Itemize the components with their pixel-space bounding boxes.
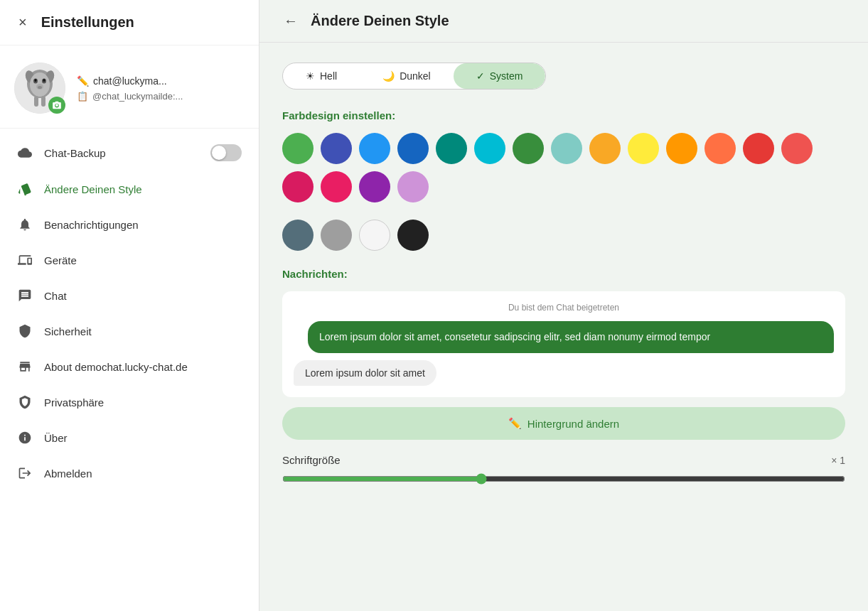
profile-email: ✏️ chat@luckyma...: [77, 75, 183, 87]
sidebar: × Einstellungen: [0, 0, 259, 611]
sidebar-title: Einstellungen: [41, 14, 134, 31]
camera-badge[interactable]: [48, 97, 65, 114]
color-dot-4[interactable]: [436, 133, 467, 164]
theme-selector: ☀ Hell 🌙 Dunkel ✓ System: [282, 63, 546, 90]
color-grid: [282, 133, 845, 202]
color-dot-15[interactable]: [321, 171, 352, 202]
nav-label-notifications: Benachrichtigungen: [44, 219, 242, 231]
cloud-icon: [17, 145, 33, 161]
bell-icon: [17, 217, 33, 232]
color-section: Farbdesign einstellen:: [282, 109, 845, 251]
color-dot-16[interactable]: [359, 171, 390, 202]
copy-icon: 📋: [77, 91, 88, 102]
messages-section-label: Nachrichten:: [282, 268, 845, 280]
edit-icon: ✏️: [77, 75, 89, 87]
main-header: ← Ändere Deinen Style: [259, 0, 868, 43]
svg-rect-11: [34, 96, 38, 107]
sidebar-item-notifications[interactable]: Benachrichtigungen: [0, 207, 259, 242]
sidebar-item-chat-backup[interactable]: Chat-Backup: [0, 134, 259, 171]
svg-point-8: [43, 79, 45, 82]
back-button[interactable]: ←: [282, 11, 299, 31]
nav-label-security: Sicherheit: [44, 325, 242, 337]
nav-label-change-style: Ändere Deinen Style: [44, 183, 242, 195]
devices-icon: [17, 252, 33, 268]
color-dot-extra-3[interactable]: [397, 220, 429, 251]
theme-dunkel-button[interactable]: 🌙 Dunkel: [360, 63, 454, 89]
sun-icon: ☀: [306, 70, 315, 82]
font-size-section: Schriftgröße × 1: [282, 454, 845, 485]
sidebar-item-logout[interactable]: Abmelden: [0, 455, 259, 491]
nav-list: Chat-Backup Ändere Deinen Style Benachri…: [0, 129, 259, 611]
privacy-icon: [17, 394, 33, 410]
sent-message-bubble: Lorem ipsum dolor sit amet, consetetur s…: [308, 321, 834, 353]
main-content: ← Ändere Deinen Style ☀ Hell 🌙 Dunkel ✓ …: [259, 0, 868, 611]
svg-point-7: [35, 79, 37, 82]
sidebar-item-change-style[interactable]: Ändere Deinen Style: [0, 171, 259, 207]
close-button[interactable]: ×: [14, 13, 31, 32]
svg-point-10: [38, 86, 42, 89]
chat-backup-toggle[interactable]: [210, 144, 242, 161]
color-dot-5[interactable]: [474, 133, 505, 164]
color-dot-13[interactable]: [781, 133, 813, 164]
sidebar-item-devices[interactable]: Geräte: [0, 242, 259, 278]
color-dot-3[interactable]: [397, 133, 429, 164]
color-dot-8[interactable]: [589, 133, 621, 164]
color-dot-7[interactable]: [551, 133, 582, 164]
color-dot-9[interactable]: [628, 133, 659, 164]
font-size-value: × 1: [831, 455, 845, 466]
nav-label-devices: Geräte: [44, 254, 242, 266]
received-message-bubble: Lorem ipsum dolor sit amet: [294, 360, 436, 386]
chat-icon: [17, 288, 33, 303]
messages-section: Nachrichten: Du bist dem Chat beigetrete…: [282, 268, 845, 485]
color-section-label: Farbdesign einstellen:: [282, 109, 845, 121]
font-size-label: Schriftgröße: [282, 454, 341, 466]
color-dot-2[interactable]: [359, 133, 390, 164]
sidebar-item-about[interactable]: About demochat.lucky-chat.de: [0, 349, 259, 384]
nav-label-privacy: Privatsphäre: [44, 396, 242, 409]
color-dot-6[interactable]: [513, 133, 544, 164]
profile-section: ✏️ chat@luckyma... 📋 @chat_luckymailde:.…: [0, 45, 259, 129]
color-dot-extra-1[interactable]: [321, 220, 352, 251]
sidebar-header: × Einstellungen: [0, 0, 259, 45]
bg-change-button[interactable]: ✏️ Hintergrund ändern: [282, 407, 845, 440]
color-dot-extra-0[interactable]: [282, 220, 314, 251]
main-title: Ändere Deinen Style: [311, 13, 449, 29]
theme-hell-button[interactable]: ☀ Hell: [283, 63, 360, 89]
nav-label-logout: Abmelden: [44, 467, 242, 480]
avatar-container: [14, 63, 65, 114]
messages-preview: Du bist dem Chat beigetreten Lorem ipsum…: [282, 291, 845, 397]
about-icon: [17, 359, 33, 374]
profile-info: ✏️ chat@luckyma... 📋 @chat_luckymailde:.…: [77, 75, 183, 102]
color-dot-0[interactable]: [282, 133, 314, 164]
nav-label-chat: Chat: [44, 290, 242, 302]
sidebar-item-chat[interactable]: Chat: [0, 278, 259, 313]
info-icon: [17, 430, 33, 445]
color-dot-17[interactable]: [397, 171, 429, 202]
svg-rect-12: [41, 96, 45, 107]
sidebar-item-uber[interactable]: Über: [0, 420, 259, 455]
sidebar-item-security[interactable]: Sicherheit: [0, 313, 259, 349]
font-size-header: Schriftgröße × 1: [282, 454, 845, 466]
font-size-slider[interactable]: [282, 473, 845, 485]
logout-icon: [17, 465, 33, 481]
shield-icon: [17, 323, 33, 339]
style-icon: [17, 181, 33, 197]
sidebar-item-privacy[interactable]: Privatsphäre: [0, 384, 259, 420]
profile-handle: 📋 @chat_luckymailde:...: [77, 91, 183, 102]
color-dot-11[interactable]: [704, 133, 736, 164]
nav-label-about: About demochat.lucky-chat.de: [44, 361, 242, 373]
color-dot-12[interactable]: [743, 133, 774, 164]
main-body: ☀ Hell 🌙 Dunkel ✓ System Farbdesign eins…: [259, 43, 868, 504]
pencil-icon: ✏️: [508, 417, 522, 430]
moon-icon: 🌙: [382, 70, 395, 82]
nav-label-chat-backup: Chat-Backup: [44, 147, 199, 159]
color-dot-1[interactable]: [321, 133, 352, 164]
color-dot-extra-2[interactable]: [359, 220, 390, 251]
theme-system-button[interactable]: ✓ System: [454, 63, 546, 89]
color-dot-10[interactable]: [666, 133, 697, 164]
color-grid-extra: [282, 220, 845, 251]
system-message: Du bist dem Chat beigetreten: [294, 303, 834, 313]
check-icon: ✓: [476, 70, 485, 82]
nav-label-uber: Über: [44, 432, 242, 444]
color-dot-14[interactable]: [282, 171, 314, 202]
